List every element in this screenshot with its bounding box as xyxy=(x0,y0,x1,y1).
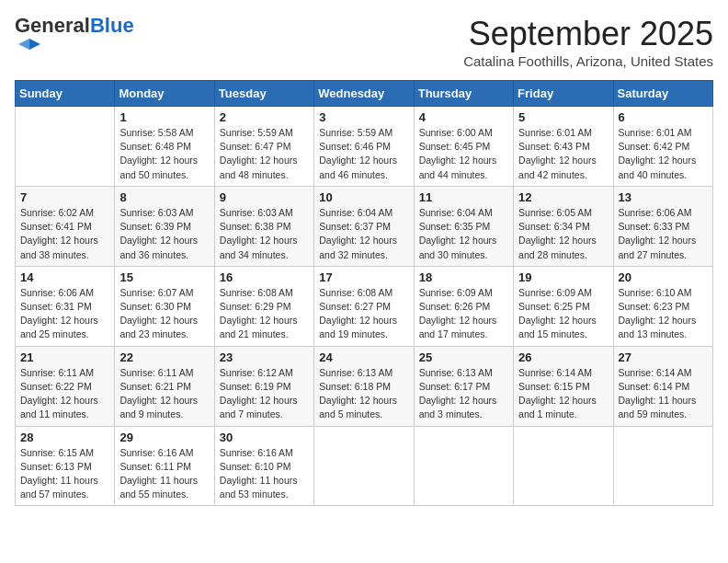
day-number: 20 xyxy=(619,270,708,284)
calendar-cell: 6Sunrise: 6:01 AMSunset: 6:42 PMDaylight… xyxy=(613,107,712,187)
calendar-cell: 3Sunrise: 5:59 AMSunset: 6:46 PMDaylight… xyxy=(314,107,414,187)
page-header: GeneralBlue September 2025 Catalina Foot… xyxy=(15,15,713,69)
day-number: 19 xyxy=(518,270,608,284)
day-info: Sunrise: 6:14 AMSunset: 6:14 PMDaylight:… xyxy=(619,366,708,422)
calendar-cell xyxy=(514,426,613,506)
calendar-cell: 9Sunrise: 6:03 AMSunset: 6:38 PMDaylight… xyxy=(214,186,313,266)
day-info: Sunrise: 6:15 AMSunset: 6:13 PMDaylight:… xyxy=(20,446,109,502)
weekday-header-tuesday: Tuesday xyxy=(214,81,313,107)
title-block: September 2025 Catalina Foothills, Arizo… xyxy=(463,15,713,69)
logo: GeneralBlue xyxy=(15,15,134,66)
calendar-cell: 26Sunrise: 6:14 AMSunset: 6:15 PMDayligh… xyxy=(514,346,613,426)
day-info: Sunrise: 6:08 AMSunset: 6:27 PMDaylight:… xyxy=(319,286,408,342)
day-info: Sunrise: 5:59 AMSunset: 6:47 PMDaylight:… xyxy=(220,126,309,182)
calendar-cell: 10Sunrise: 6:04 AMSunset: 6:37 PMDayligh… xyxy=(314,186,414,266)
calendar-table: SundayMondayTuesdayWednesdayThursdayFrid… xyxy=(15,80,713,506)
weekday-header-thursday: Thursday xyxy=(414,81,513,107)
calendar-cell: 5Sunrise: 6:01 AMSunset: 6:43 PMDaylight… xyxy=(514,107,613,187)
day-info: Sunrise: 6:05 AMSunset: 6:34 PMDaylight:… xyxy=(518,206,608,262)
day-info: Sunrise: 6:11 AMSunset: 6:21 PMDaylight:… xyxy=(119,366,209,422)
day-number: 16 xyxy=(220,270,309,284)
calendar-cell xyxy=(314,426,414,506)
day-info: Sunrise: 5:59 AMSunset: 6:46 PMDaylight:… xyxy=(319,126,408,182)
day-number: 8 xyxy=(119,190,209,204)
day-info: Sunrise: 6:07 AMSunset: 6:30 PMDaylight:… xyxy=(119,286,209,342)
calendar-cell: 19Sunrise: 6:09 AMSunset: 6:25 PMDayligh… xyxy=(514,266,613,346)
day-info: Sunrise: 6:04 AMSunset: 6:35 PMDaylight:… xyxy=(419,206,508,262)
day-number: 11 xyxy=(419,190,508,204)
calendar-cell: 2Sunrise: 5:59 AMSunset: 6:47 PMDaylight… xyxy=(214,107,313,187)
calendar-cell: 23Sunrise: 6:12 AMSunset: 6:19 PMDayligh… xyxy=(214,346,313,426)
day-number: 12 xyxy=(518,190,608,204)
calendar-cell: 1Sunrise: 5:58 AMSunset: 6:48 PMDaylight… xyxy=(115,107,214,187)
day-number: 25 xyxy=(419,350,508,364)
calendar-cell: 28Sunrise: 6:15 AMSunset: 6:13 PMDayligh… xyxy=(16,426,115,506)
day-info: Sunrise: 6:10 AMSunset: 6:23 PMDaylight:… xyxy=(619,286,708,342)
calendar-week-1: 1Sunrise: 5:58 AMSunset: 6:48 PMDaylight… xyxy=(16,107,713,187)
calendar-cell: 17Sunrise: 6:08 AMSunset: 6:27 PMDayligh… xyxy=(314,266,414,346)
day-number: 28 xyxy=(20,431,109,444)
day-info: Sunrise: 6:06 AMSunset: 6:31 PMDaylight:… xyxy=(20,286,109,342)
location-subtitle: Catalina Foothills, Arizona, United Stat… xyxy=(463,53,713,69)
day-info: Sunrise: 6:01 AMSunset: 6:42 PMDaylight:… xyxy=(619,126,708,182)
calendar-cell: 7Sunrise: 6:02 AMSunset: 6:41 PMDaylight… xyxy=(16,186,115,266)
day-number: 24 xyxy=(319,350,408,364)
day-number: 9 xyxy=(220,190,309,204)
logo-icon xyxy=(17,37,42,63)
calendar-cell: 30Sunrise: 6:16 AMSunset: 6:10 PMDayligh… xyxy=(214,426,313,506)
calendar-cell: 11Sunrise: 6:04 AMSunset: 6:35 PMDayligh… xyxy=(414,186,513,266)
svg-marker-1 xyxy=(18,39,29,50)
day-number: 26 xyxy=(518,350,608,364)
logo-blue: Blue xyxy=(90,14,134,37)
day-number: 10 xyxy=(319,190,408,204)
calendar-week-5: 28Sunrise: 6:15 AMSunset: 6:13 PMDayligh… xyxy=(16,426,713,506)
calendar-cell: 18Sunrise: 6:09 AMSunset: 6:26 PMDayligh… xyxy=(414,266,513,346)
logo-general: General xyxy=(15,14,90,37)
day-number: 17 xyxy=(319,270,408,284)
calendar-cell: 4Sunrise: 6:00 AMSunset: 6:45 PMDaylight… xyxy=(414,107,513,187)
day-info: Sunrise: 6:09 AMSunset: 6:26 PMDaylight:… xyxy=(419,286,508,342)
calendar-cell: 13Sunrise: 6:06 AMSunset: 6:33 PMDayligh… xyxy=(613,186,712,266)
day-number: 15 xyxy=(119,270,209,284)
day-number: 27 xyxy=(619,350,708,364)
calendar-cell: 29Sunrise: 6:16 AMSunset: 6:11 PMDayligh… xyxy=(115,426,214,506)
weekday-header-friday: Friday xyxy=(514,81,613,107)
day-number: 22 xyxy=(119,350,209,364)
calendar-cell xyxy=(16,107,115,187)
weekday-header-row: SundayMondayTuesdayWednesdayThursdayFrid… xyxy=(16,81,713,107)
day-info: Sunrise: 6:11 AMSunset: 6:22 PMDaylight:… xyxy=(20,366,109,422)
day-info: Sunrise: 6:01 AMSunset: 6:43 PMDaylight:… xyxy=(518,126,608,182)
calendar-cell: 22Sunrise: 6:11 AMSunset: 6:21 PMDayligh… xyxy=(115,346,214,426)
day-number: 4 xyxy=(419,110,508,124)
day-number: 5 xyxy=(518,110,608,124)
calendar-cell: 24Sunrise: 6:13 AMSunset: 6:18 PMDayligh… xyxy=(314,346,414,426)
calendar-cell: 20Sunrise: 6:10 AMSunset: 6:23 PMDayligh… xyxy=(613,266,712,346)
day-number: 3 xyxy=(319,110,408,124)
day-info: Sunrise: 6:03 AMSunset: 6:39 PMDaylight:… xyxy=(119,206,209,262)
day-info: Sunrise: 6:08 AMSunset: 6:29 PMDaylight:… xyxy=(220,286,309,342)
calendar-week-4: 21Sunrise: 6:11 AMSunset: 6:22 PMDayligh… xyxy=(16,346,713,426)
day-number: 21 xyxy=(20,350,109,364)
day-info: Sunrise: 6:13 AMSunset: 6:17 PMDaylight:… xyxy=(419,366,508,422)
day-info: Sunrise: 6:14 AMSunset: 6:15 PMDaylight:… xyxy=(518,366,608,422)
day-info: Sunrise: 6:12 AMSunset: 6:19 PMDaylight:… xyxy=(220,366,309,422)
calendar-cell: 27Sunrise: 6:14 AMSunset: 6:14 PMDayligh… xyxy=(613,346,712,426)
calendar-cell: 12Sunrise: 6:05 AMSunset: 6:34 PMDayligh… xyxy=(514,186,613,266)
day-info: Sunrise: 6:00 AMSunset: 6:45 PMDaylight:… xyxy=(419,126,508,182)
day-number: 7 xyxy=(20,190,109,204)
day-number: 23 xyxy=(220,350,309,364)
month-title: September 2025 xyxy=(463,15,713,53)
day-info: Sunrise: 5:58 AMSunset: 6:48 PMDaylight:… xyxy=(119,126,209,182)
day-number: 6 xyxy=(619,110,708,124)
calendar-cell xyxy=(414,426,513,506)
calendar-cell: 16Sunrise: 6:08 AMSunset: 6:29 PMDayligh… xyxy=(214,266,313,346)
svg-marker-0 xyxy=(29,39,40,50)
calendar-cell: 8Sunrise: 6:03 AMSunset: 6:39 PMDaylight… xyxy=(115,186,214,266)
day-info: Sunrise: 6:13 AMSunset: 6:18 PMDaylight:… xyxy=(319,366,408,422)
weekday-header-sunday: Sunday xyxy=(16,81,115,107)
day-number: 13 xyxy=(619,190,708,204)
calendar-cell: 14Sunrise: 6:06 AMSunset: 6:31 PMDayligh… xyxy=(16,266,115,346)
day-info: Sunrise: 6:03 AMSunset: 6:38 PMDaylight:… xyxy=(220,206,309,262)
calendar-cell: 21Sunrise: 6:11 AMSunset: 6:22 PMDayligh… xyxy=(16,346,115,426)
day-info: Sunrise: 6:04 AMSunset: 6:37 PMDaylight:… xyxy=(319,206,408,262)
